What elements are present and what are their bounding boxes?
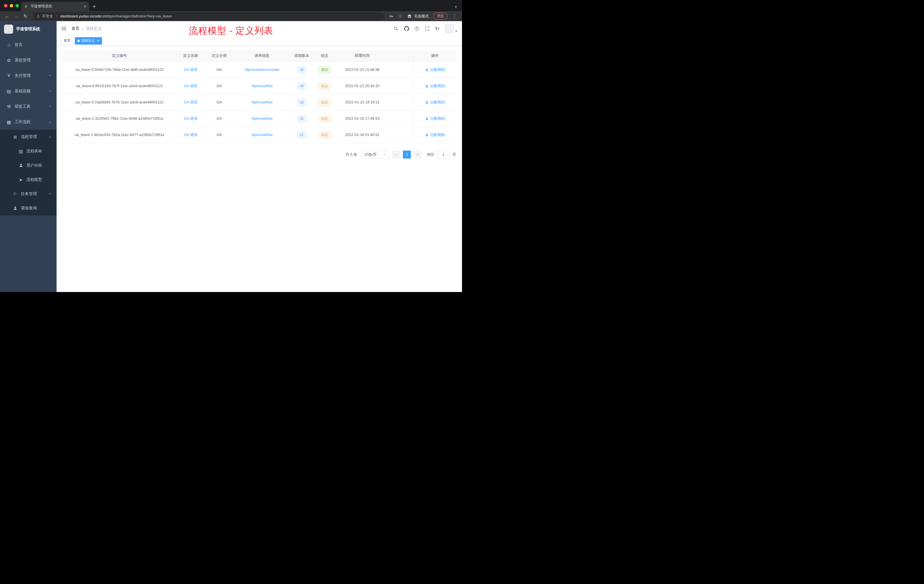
sidebar-item-process-management[interactable]: ≣ 流程管理 <box>0 130 56 144</box>
sidebar-item-task-management[interactable]: ⚐ 任务管理 <box>0 187 56 201</box>
sidebar-item-system-management[interactable]: ⚙ 系统管理 <box>0 53 56 68</box>
definition-name-link[interactable]: OA 请假 <box>184 116 198 120</box>
table-row: oa_leave:1:482ec033-762a-11ec-8477-a2380… <box>62 127 456 143</box>
fullscreen-icon[interactable] <box>424 26 430 31</box>
sidebar-item-label: 任务管理 <box>21 191 37 196</box>
search-icon[interactable] <box>393 26 399 31</box>
assign-rule-button[interactable]: 分配规则 <box>425 83 445 89</box>
maximize-window-button[interactable] <box>15 4 19 7</box>
form-info-link[interactable]: /bpm/oa/flow <box>251 133 272 137</box>
version-badge: v3 <box>297 99 307 106</box>
breadcrumb: 首页 / 流程定义 <box>71 26 102 31</box>
browser-update-button[interactable]: 更新 <box>433 13 448 20</box>
user-icon <box>425 133 429 137</box>
user-icon <box>425 117 429 120</box>
next-page-button[interactable]: › <box>414 150 422 158</box>
address-bar[interactable]: ⚠ 不安全 dashboard.yudao.iocoder.cn/bpm/man… <box>33 12 384 20</box>
sidebar-item-process-model[interactable]: ➤ 流程模型 <box>0 173 56 187</box>
form-info-link[interactable]: /bpm/oa/flow <box>251 116 272 120</box>
tag-home[interactable]: 首页 <box>61 37 73 45</box>
key-icon[interactable] <box>389 14 394 19</box>
github-icon[interactable] <box>404 26 409 31</box>
sidebar-item-leave-query[interactable]: 请假查询 <box>0 201 56 215</box>
user-menu[interactable]: ▼ <box>445 24 457 33</box>
browser-tab[interactable]: 芋道管理系统 × <box>21 2 89 11</box>
definition-name-link[interactable]: OA 请假 <box>184 68 198 72</box>
definition-name-link[interactable]: OA 请假 <box>184 133 198 137</box>
reload-icon[interactable]: ↻ <box>21 13 30 19</box>
goto-page-input[interactable] <box>437 150 450 158</box>
assign-rule-button[interactable]: 分配规则 <box>425 132 445 137</box>
avatar <box>445 24 454 33</box>
browser-titlebar: 芋道管理系统 × + ▼ <box>0 0 462 11</box>
url-text: dashboard.yudao.iocoder.cn/bpm/manager/d… <box>60 14 172 18</box>
assign-rule-button[interactable]: 分配规则 <box>425 100 445 105</box>
cell-deploy-time: 2022-01-22 19:19:11 <box>336 94 389 110</box>
process-manage-icon: ≣ <box>12 134 18 140</box>
app-logo-row: 芋道管理系统 <box>0 21 56 37</box>
close-window-button[interactable] <box>4 4 7 7</box>
bookmark-star-icon[interactable]: ☆ <box>398 14 403 18</box>
sidebar-item-dev-tools[interactable]: ⚒ 研发工具 <box>0 99 56 114</box>
new-tab-button[interactable]: + <box>92 3 96 10</box>
total-count-label: 共 5 条 <box>346 152 357 157</box>
leave-query-icon <box>12 206 18 211</box>
chevron-down-icon <box>49 89 51 91</box>
active-dot-icon <box>78 40 80 42</box>
sidebar-item-workflow[interactable]: ▦ 工作流程 <box>0 114 56 130</box>
cell-spacer <box>389 78 413 94</box>
favicon-leaf-icon <box>24 4 28 8</box>
chevron-up-icon <box>49 137 51 139</box>
not-secure-warning-icon: ⚠ <box>36 14 40 18</box>
definition-name-link[interactable]: OA 请假 <box>184 100 198 104</box>
version-badge: v5 <box>297 66 307 73</box>
cell-deploy-time: 2022-01-16 17:46:53 <box>336 110 389 127</box>
sidebar-item-label: 流程模型 <box>26 177 42 182</box>
form-info-link[interactable]: /bpm/oa/leave/create <box>244 68 279 72</box>
page-number-button[interactable]: 1 <box>403 150 411 158</box>
tab-close-icon[interactable]: × <box>84 4 86 9</box>
form-info-link[interactable]: /bpm/oa/flow <box>251 100 272 104</box>
definition-name-link[interactable]: OA 请假 <box>184 84 198 88</box>
tab-search-caret-icon[interactable]: ▼ <box>454 5 457 8</box>
sidebar-toggle-icon[interactable] <box>61 26 67 31</box>
prev-page-button[interactable]: ‹ <box>392 150 400 158</box>
help-icon[interactable]: ? <box>414 26 419 31</box>
forward-icon[interactable]: → <box>12 13 21 19</box>
cell-deploy-time: 2022-01-16 01:40:51 <box>336 127 389 143</box>
tag-close-icon[interactable]: × <box>97 39 99 43</box>
page-size-select[interactable]: 10条/页 ▼ <box>362 150 389 158</box>
status-badge: 激活 <box>318 66 331 73</box>
assign-rule-button[interactable]: 分配规则 <box>425 116 445 121</box>
cell-spacer <box>389 110 413 127</box>
pagination: 共 5 条 10条/页 ▼ ‹ 1 › 前往 页 <box>62 150 456 158</box>
navbar-actions: ? TT ▼ <box>393 24 457 33</box>
sidebar-item-infrastructure[interactable]: ▤ 基础设施 <box>0 83 56 99</box>
cell-deploy-time: 2022-01-22 20:34:10 <box>336 78 389 94</box>
back-icon[interactable]: ← <box>3 13 12 19</box>
sidebar-item-payment-management[interactable]: ¥ 支付管理 <box>0 68 56 83</box>
goto-label: 前往 <box>427 152 434 157</box>
sidebar-item-label: 用户分组 <box>26 163 42 168</box>
form-info-link[interactable]: /bpm/oa/flow <box>251 84 272 88</box>
app-title: 芋道管理系统 <box>16 26 40 32</box>
sidebar-item-label: 基础设施 <box>15 89 31 94</box>
sidebar-item-label: 流程管理 <box>21 134 37 139</box>
user-icon <box>425 84 429 88</box>
sidebar-item-user-group[interactable]: 用户分组 <box>0 158 56 173</box>
breadcrumb-home[interactable]: 首页 <box>71 26 79 31</box>
table-row: oa_leave:4:991f2193-7b7f-11ec-a3c8-acde4… <box>62 78 456 94</box>
assign-rule-button[interactable]: 分配规则 <box>425 67 445 72</box>
breadcrumb-separator: / <box>82 26 83 31</box>
sidebar-item-home[interactable]: ⌂ 首页 <box>0 37 56 53</box>
sidebar-item-process-form[interactable]: ▥ 流程表单 <box>0 144 56 158</box>
browser-menu-icon[interactable]: ⋮ <box>452 13 457 19</box>
task-manage-icon: ⚐ <box>12 191 18 197</box>
workflow-icon: ▦ <box>6 119 12 125</box>
font-size-icon[interactable]: TT <box>435 26 439 31</box>
tag-process-definition[interactable]: 流程定义 × <box>75 37 102 45</box>
sidebar-item-label: 研发工具 <box>15 104 31 109</box>
minimize-window-button[interactable] <box>10 4 13 7</box>
chevron-up-icon <box>49 122 51 124</box>
column-definition-category: 定义分类 <box>205 50 234 61</box>
